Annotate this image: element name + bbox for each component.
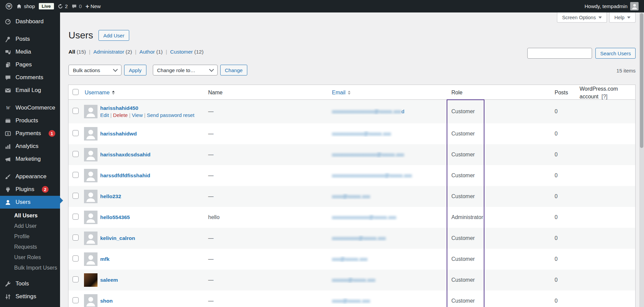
row-checkbox[interactable]: [73, 235, 79, 241]
change-button[interactable]: Change: [220, 65, 248, 75]
updates-link[interactable]: 2: [58, 3, 68, 9]
filter-administrator[interactable]: Administrator: [93, 49, 124, 55]
email-link-redacted[interactable]: xxxxxxxxxxxxxxxxx@xxxxx.xxx: [332, 152, 404, 157]
row-checkbox[interactable]: [73, 297, 79, 303]
name-cell: —: [206, 298, 329, 304]
new-menu[interactable]: + New: [85, 3, 101, 9]
sidebar-item-payments[interactable]: Payments 1: [0, 127, 60, 140]
email-link-redacted[interactable]: xxxxxxxxxx@xxxxx.xxx: [332, 235, 386, 241]
row-checkbox[interactable]: [73, 276, 79, 282]
email-link-redacted[interactable]: xxxxxxxxxxxxxxxx@xxxxx.xxx: [332, 109, 401, 114]
search-users-input[interactable]: [527, 48, 592, 59]
username-link[interactable]: harisshahid450: [100, 105, 138, 111]
username-link[interactable]: saleem: [100, 277, 118, 283]
sidebar-item-products[interactable]: Products: [0, 114, 60, 127]
sidebar-item-posts[interactable]: Posts: [0, 33, 60, 45]
payments-badge: 1: [49, 130, 55, 137]
username-link[interactable]: kelivin_calron: [100, 235, 135, 241]
posts-count-link[interactable]: 0: [555, 256, 558, 262]
sidebar-item-analytics[interactable]: Analytics: [0, 140, 60, 153]
scrollbar-thumb[interactable]: [640, 13, 643, 148]
comments-link[interactable]: 0: [72, 3, 82, 9]
filter-customer[interactable]: Customer: [170, 49, 193, 55]
role-filter-links: All (15) | Administrator (2) | Author (1…: [68, 49, 203, 55]
site-name-link[interactable]: shop: [16, 3, 35, 9]
sidebar-item-email-log[interactable]: Email Log: [0, 84, 60, 97]
posts-count-link[interactable]: 0: [555, 109, 558, 114]
sidebar-item-add-user[interactable]: Add User: [0, 221, 60, 231]
row-checkbox[interactable]: [73, 255, 79, 262]
email-link-redacted[interactable]: xxxx@xxxxx.xxx: [332, 193, 370, 199]
sidebar-item-user-roles[interactable]: User Roles: [0, 252, 60, 263]
sidebar-item-marketing[interactable]: Marketing: [0, 153, 60, 165]
username-link[interactable]: shon: [100, 298, 113, 304]
user-avatar[interactable]: [630, 2, 639, 10]
posts-count-link[interactable]: 0: [555, 193, 558, 199]
sidebar-item-profile[interactable]: Profile: [0, 231, 60, 242]
wordpress-logo-icon[interactable]: [5, 3, 12, 10]
apply-button[interactable]: Apply: [124, 65, 146, 75]
filter-all[interactable]: All: [68, 49, 75, 55]
email-link-redacted[interactable]: xxxx@xxxxx.xxx: [332, 298, 370, 304]
posts-count-link[interactable]: 0: [555, 152, 558, 157]
sidebar-item-requests[interactable]: Requests: [0, 242, 60, 252]
username-link[interactable]: harisshaxdcsdsahid: [100, 152, 150, 158]
posts-count-link[interactable]: 0: [555, 131, 558, 136]
screen-options-button[interactable]: Screen Options: [557, 12, 607, 23]
row-checkbox[interactable]: [73, 108, 79, 114]
posts-count-link[interactable]: 0: [555, 214, 558, 220]
email-link-redacted[interactable]: xxxxxxxxxxxx@xxxxx.xxx: [332, 131, 391, 136]
row-checkbox[interactable]: [73, 130, 79, 136]
sidebar-item-appearance[interactable]: Appearance: [0, 170, 60, 183]
bulk-actions-select[interactable]: Bulk actions: [68, 65, 121, 75]
row-checkbox[interactable]: [73, 193, 79, 199]
username-link[interactable]: harisshahidwd: [100, 131, 137, 137]
sort-email-header[interactable]: Email: [332, 90, 351, 96]
wpcom-help-icon[interactable]: [?]: [601, 94, 608, 99]
posts-count-link[interactable]: 0: [555, 277, 558, 283]
username-link[interactable]: hello554365: [100, 214, 130, 220]
name-cell: —: [206, 235, 329, 241]
edit-link[interactable]: Edit: [100, 112, 109, 118]
change-role-select[interactable]: Change role to…: [153, 65, 218, 75]
posts-count-link[interactable]: 0: [555, 298, 558, 304]
woocommerce-icon: [4, 105, 11, 111]
delete-link[interactable]: Delete: [113, 112, 128, 118]
sidebar-item-all-users[interactable]: All Users: [0, 210, 60, 221]
row-checkbox[interactable]: [73, 214, 79, 220]
help-button[interactable]: Help: [609, 12, 636, 23]
select-all-checkbox[interactable]: [73, 89, 79, 95]
email-link-redacted[interactable]: xxx@xxxxx.xxx: [332, 256, 367, 262]
username-link[interactable]: harssdfdfdfisshahid: [100, 173, 150, 179]
sidebar-item-pages[interactable]: Pages: [0, 58, 60, 71]
add-user-button[interactable]: Add User: [99, 30, 129, 41]
sort-username-header[interactable]: Username: [85, 90, 115, 96]
search-users-button[interactable]: Search Users: [595, 48, 636, 59]
sidebar-item-plugins[interactable]: Plugins 2: [0, 183, 60, 196]
page-scrollbar[interactable]: [639, 12, 644, 307]
name-cell: —: [206, 131, 329, 137]
view-link[interactable]: View: [132, 112, 143, 118]
row-checkbox[interactable]: [73, 172, 79, 178]
row-checkbox[interactable]: [73, 151, 79, 157]
username-link[interactable]: mfk: [100, 256, 110, 262]
email-link-redacted[interactable]: xxxxxxxxxxxxxxxxxxxx@xxxxx.xxx: [332, 173, 412, 178]
sidebar-item-woocommerce[interactable]: WooCommerce: [0, 101, 60, 114]
sidebar-item-dashboard[interactable]: Dashboard: [0, 15, 60, 28]
posts-count-link[interactable]: 0: [555, 173, 558, 178]
email-link-redacted[interactable]: xxxxxxxxxxxxxx@xxxxx.xxx: [332, 214, 396, 220]
email-tail[interactable]: d: [401, 109, 404, 114]
sidebar-item-users[interactable]: Users: [0, 196, 60, 209]
username-link[interactable]: hello232: [100, 193, 121, 199]
sidebar-item-comments[interactable]: Comments: [0, 71, 60, 84]
sidebar-item-settings[interactable]: Settings: [0, 290, 60, 303]
send-password-reset-link[interactable]: Send password reset: [147, 112, 194, 118]
howdy-text[interactable]: Howdy, tempadmin: [585, 3, 627, 9]
chevron-down-icon: [598, 17, 602, 19]
filter-author[interactable]: Author: [139, 49, 155, 55]
sidebar-item-tools[interactable]: Tools: [0, 277, 60, 290]
email-link-redacted[interactable]: xxxxxx@xxxxx.xxx: [332, 277, 375, 283]
sidebar-item-bulk-import-users[interactable]: Bulk Import Users: [0, 263, 60, 273]
posts-count-link[interactable]: 0: [555, 235, 558, 241]
sidebar-item-media[interactable]: Media: [0, 45, 60, 58]
